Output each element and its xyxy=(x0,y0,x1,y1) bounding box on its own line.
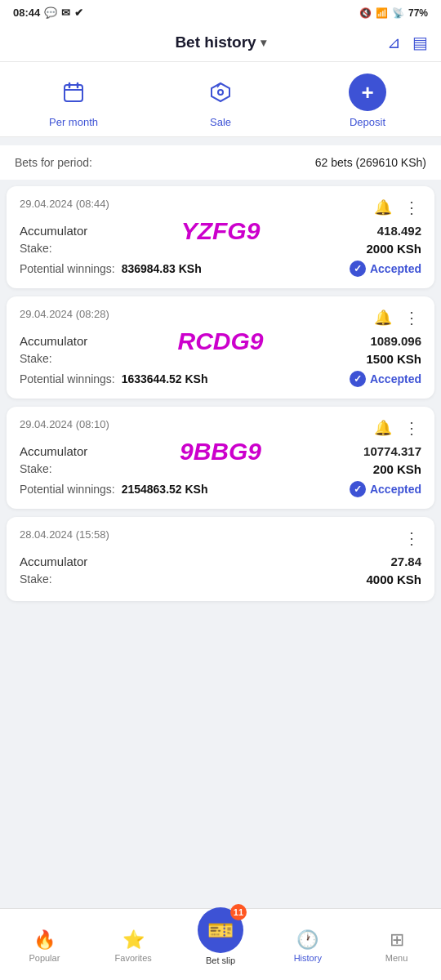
nav-favorites[interactable]: ⭐ Favorites xyxy=(109,929,158,963)
history-label: History xyxy=(294,953,322,963)
bets-period-bar: Bets for period: 62 bets (269610 KSh) xyxy=(0,145,441,180)
bet-card-2-header: 29.04.2024 (08:28) 🔔 ⋮ xyxy=(20,308,421,327)
bets-period-label: Bets for period: xyxy=(15,156,92,169)
bet-slip-badge: 11 xyxy=(230,904,247,920)
menu-nav-icon: ⊞ xyxy=(390,929,404,951)
more-icon-3[interactable]: ⋮ xyxy=(403,418,421,438)
bet-card-1-code-container: YZFG9 xyxy=(20,216,421,246)
nav-popular[interactable]: 🔥 Popular xyxy=(20,929,69,963)
popular-icon: 🔥 xyxy=(33,929,56,951)
bet-card-4-icons: ⋮ xyxy=(403,528,421,548)
quick-action-deposit[interactable]: + Deposit xyxy=(331,74,404,128)
wifi-icon: 📶 xyxy=(376,7,388,19)
bet-card-4-date: 28.04.2024 (15:58) xyxy=(20,528,109,541)
bet-card-1: 29.04.2024 (08:44) 🔔 ⋮ Accumulator YZFG9… xyxy=(7,186,434,288)
bet-card-2-body: Accumulator RCDG9 1089.096 xyxy=(20,334,421,348)
mail-icon: ✉ xyxy=(61,7,70,19)
header-title[interactable]: Bet history ▾ xyxy=(175,33,265,51)
bet-card-4-odds: 27.84 xyxy=(390,555,421,568)
bet-card-2: 29.04.2024 (08:28) 🔔 ⋮ Accumulator RCDG9… xyxy=(7,296,434,399)
svg-rect-0 xyxy=(65,85,82,101)
message-icon: 💬 xyxy=(44,7,57,19)
accepted-badge-3: ✓ Accepted xyxy=(350,481,421,497)
more-icon-4[interactable]: ⋮ xyxy=(403,528,421,548)
favorites-label: Favorites xyxy=(115,953,152,963)
bet-card-2-date: 29.04.2024 (08:28) xyxy=(20,308,109,320)
bet-card-2-icons: 🔔 ⋮ xyxy=(374,308,421,327)
svg-point-4 xyxy=(218,90,223,95)
accepted-label-1: Accepted xyxy=(370,262,421,275)
bet-card-2-potential-label: Potential winnings: 1633644.52 KSh xyxy=(20,372,208,385)
menu-icon[interactable]: ▤ xyxy=(412,33,428,52)
nav-menu[interactable]: ⊞ Menu xyxy=(372,929,421,963)
more-icon-2[interactable]: ⋮ xyxy=(403,308,421,327)
bet-slip-label: Bet slip xyxy=(206,956,235,965)
calendar-icon xyxy=(55,74,92,111)
bottom-nav: 🔥 Popular ⭐ Favorites 🎫 11 Bet slip 🕐 Hi… xyxy=(0,908,441,980)
header: Bet history ▾ ⊿ ▤ xyxy=(0,24,441,62)
bet-card-2-code: RCDG9 xyxy=(177,327,263,355)
quick-action-sale[interactable]: Sale xyxy=(184,74,257,128)
bet-card-4-stake-row: Stake: 4000 KSh xyxy=(20,572,421,586)
bet-card-1-icons: 🔔 ⋮ xyxy=(374,198,421,217)
more-icon-1[interactable]: ⋮ xyxy=(403,198,421,217)
deposit-icon: + xyxy=(349,74,386,111)
bet-card-2-potential-row: Potential winnings: 1633644.52 KSh ✓ Acc… xyxy=(20,371,421,387)
bet-card-3-code-container: 9BBG9 xyxy=(20,437,421,466)
bet-card-1-body: Accumulator YZFG9 418.492 xyxy=(20,224,421,238)
bet-card-3-icons: 🔔 ⋮ xyxy=(374,418,421,438)
nav-history[interactable]: 🕐 History xyxy=(283,929,332,963)
bet-card-1-potential-row: Potential winnings: 836984.83 KSh ✓ Acce… xyxy=(20,261,421,277)
filter-icon[interactable]: ⊿ xyxy=(387,33,401,52)
bets-period-value: 62 bets (269610 KSh) xyxy=(315,156,426,169)
history-icon: 🕐 xyxy=(296,929,318,951)
bet-card-3-body: Accumulator 9BBG9 10774.317 xyxy=(20,444,421,458)
bet-card-2-code-container: RCDG9 xyxy=(20,327,421,356)
status-time: 08:44 xyxy=(13,7,40,19)
favorites-icon: ⭐ xyxy=(122,929,145,951)
bet-card-3-potential-value: 2154863.52 KSh xyxy=(122,483,208,496)
signal-icon: 📡 xyxy=(392,7,404,19)
bet-card-3-header: 29.04.2024 (08:10) 🔔 ⋮ xyxy=(20,418,421,438)
bet-card-3: 29.04.2024 (08:10) 🔔 ⋮ Accumulator 9BBG9… xyxy=(7,407,434,509)
accepted-badge-1: ✓ Accepted xyxy=(350,261,421,277)
chevron-down-icon: ▾ xyxy=(261,36,266,49)
check-circle-icon-1: ✓ xyxy=(350,261,366,277)
bet-card-4: 28.04.2024 (15:58) ⋮ Accumulator 27.84 S… xyxy=(7,517,434,601)
bet-card-4-stake-value: 4000 KSh xyxy=(366,572,421,586)
status-bar: 08:44 💬 ✉ ✔ 🔇 📶 📡 77% xyxy=(0,0,441,24)
bet-card-1-header: 29.04.2024 (08:44) 🔔 ⋮ xyxy=(20,198,421,217)
bet-card-1-date: 29.04.2024 (08:44) xyxy=(20,198,109,210)
accepted-label-3: Accepted xyxy=(370,483,421,496)
check-icon: ✔ xyxy=(74,7,83,19)
popular-label: Popular xyxy=(29,953,60,963)
accepted-label-2: Accepted xyxy=(370,372,421,385)
bell-icon-1[interactable]: 🔔 xyxy=(374,198,392,216)
bet-card-4-header: 28.04.2024 (15:58) ⋮ xyxy=(20,528,421,548)
bell-icon-3[interactable]: 🔔 xyxy=(374,419,392,437)
battery-text: 77% xyxy=(408,7,428,19)
header-title-text: Bet history xyxy=(175,33,256,51)
header-icons: ⊿ ▤ xyxy=(387,33,428,52)
mute-icon: 🔇 xyxy=(359,7,372,19)
bet-card-3-potential-row: Potential winnings: 2154863.52 KSh ✓ Acc… xyxy=(20,481,421,497)
status-right: 🔇 📶 📡 77% xyxy=(359,7,428,19)
nav-bet-slip[interactable]: 🎫 11 Bet slip xyxy=(198,907,243,965)
bell-icon-2[interactable]: 🔔 xyxy=(374,309,392,327)
bet-card-3-potential-label: Potential winnings: 2154863.52 KSh xyxy=(20,483,208,496)
check-circle-icon-3: ✓ xyxy=(350,481,366,497)
menu-label: Menu xyxy=(385,953,408,963)
status-left: 08:44 💬 ✉ ✔ xyxy=(13,7,83,19)
deposit-label: Deposit xyxy=(350,116,385,128)
bet-card-1-potential-value: 836984.83 KSh xyxy=(122,262,202,275)
bet-slip-icon: 🎫 xyxy=(207,918,234,943)
check-circle-icon-2: ✓ xyxy=(350,371,366,387)
bet-card-4-stake-label: Stake: xyxy=(20,572,52,586)
bet-card-1-potential-label: Potential winnings: 836984.83 KSh xyxy=(20,262,202,275)
bet-card-2-potential-value: 1633644.52 KSh xyxy=(122,372,208,385)
bet-card-4-body: Accumulator 27.84 xyxy=(20,555,421,568)
bet-slip-circle: 🎫 11 xyxy=(198,907,243,953)
accepted-badge-2: ✓ Accepted xyxy=(350,371,421,387)
quick-action-per-month[interactable]: Per month xyxy=(37,74,110,128)
bet-card-4-type: Accumulator xyxy=(20,555,87,568)
